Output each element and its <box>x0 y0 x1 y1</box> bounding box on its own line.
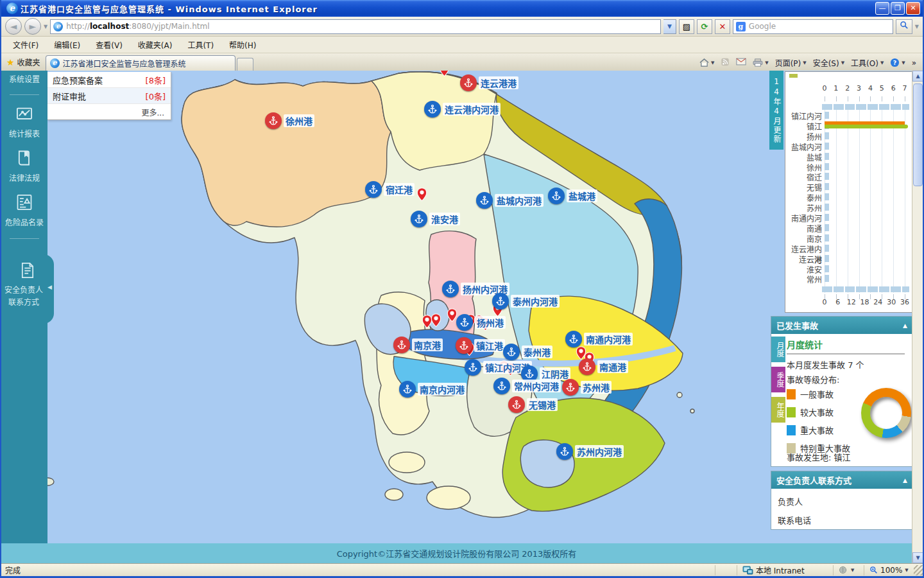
maximize-button[interactable]: ❐ <box>891 2 905 15</box>
url-field[interactable]: e http://localhost:8080/yjpt/Main.html <box>50 19 661 34</box>
port-marker[interactable]: 徐州港 <box>265 112 314 129</box>
chart-row: 常州 <box>785 274 912 283</box>
compatibility-button[interactable]: ▨ <box>679 19 694 34</box>
sidebar-item-regulations[interactable]: 法律法规 <box>1 148 47 184</box>
menu-item[interactable]: 查看(V) <box>88 37 130 53</box>
menu-item[interactable]: 编辑(E) <box>46 37 88 53</box>
minimize-button[interactable]: — <box>875 2 889 15</box>
stop-button[interactable]: ✕ <box>715 19 730 34</box>
tools-menu-button[interactable]: 工具(O)▼ <box>851 57 884 68</box>
incident-panel-header[interactable]: 已发生事故 ▲ <box>771 317 912 334</box>
chevron-down-icon: ▼ <box>851 568 854 573</box>
port-label: 盐城内河港 <box>495 194 543 207</box>
svg-text:?: ? <box>893 59 896 66</box>
url-dropdown-button[interactable]: ▼ <box>663 19 676 34</box>
chart-row: 南京 <box>785 233 912 243</box>
computer-icon <box>742 566 753 575</box>
port-marker[interactable]: 淮安港 <box>411 211 460 227</box>
resize-grip[interactable] <box>914 565 923 575</box>
home-button[interactable]: ▼ <box>699 58 714 67</box>
axis-strip-bottom <box>822 286 909 292</box>
port-marker[interactable]: 扬州港 <box>456 314 506 331</box>
port-marker[interactable]: 苏州内河港 <box>556 443 624 460</box>
period-tab-年度[interactable]: 年度 <box>771 397 785 423</box>
tick-mark <box>848 96 848 101</box>
sidebar-item-system-settings[interactable]: 系统设置 <box>1 73 47 84</box>
vertical-scrollbar[interactable]: ▲ ▼ <box>912 71 923 563</box>
collapse-icon[interactable]: ▲ <box>903 477 907 484</box>
rss-icon[interactable] <box>721 58 730 68</box>
port-marker[interactable]: 盐城港 <box>548 188 597 204</box>
data-bar[interactable] <box>825 125 908 128</box>
refresh-button[interactable]: ⟳ <box>697 19 712 34</box>
period-tab-月度[interactable]: 月度 <box>771 337 785 362</box>
favorites-button[interactable]: ★ 收藏夹 <box>4 57 46 71</box>
sidebar-item-statistics[interactable]: 统计报表 <box>1 105 47 139</box>
sidebar-item-hazard-list[interactable]: 危险品名录 <box>1 193 47 228</box>
tick-mark <box>859 294 860 299</box>
count-badge: [8条] <box>146 74 166 86</box>
history-dropdown-icon[interactable]: ▼ <box>44 24 47 30</box>
chart-category-label: 宿迁 <box>785 171 822 182</box>
anchor-icon <box>456 314 473 331</box>
port-marker[interactable]: 常州内河港 <box>493 378 561 394</box>
port-marker[interactable]: 镇江港 <box>456 337 505 354</box>
menu-item[interactable]: 帮助(H) <box>221 37 264 53</box>
address-bar: ◄ ► ▼ e http://localhost:8080/yjpt/Main.… <box>1 17 923 37</box>
scroll-thumb[interactable] <box>913 83 923 186</box>
security-menu-button[interactable]: 安全(S)▼ <box>813 57 844 68</box>
axis-tick-bottom: 6 <box>831 298 845 306</box>
menu-item[interactable]: 工具(T) <box>180 37 221 53</box>
map-pin-icon[interactable] <box>431 313 441 330</box>
map-pin-icon[interactable] <box>416 188 427 204</box>
menu-item[interactable]: 收藏夹(A) <box>130 37 180 53</box>
port-marker[interactable]: 连云港港 <box>460 74 518 91</box>
mail-icon[interactable] <box>736 58 746 67</box>
zoom-control[interactable]: 100% ▼ <box>864 565 914 575</box>
quick-row-cert-approval[interactable]: 附证审批 [0条] <box>47 88 171 104</box>
tab-active[interactable]: e 江苏省港口安全监管与应急管理系统 <box>46 55 235 71</box>
more-commands-chevron[interactable]: » <box>912 58 916 67</box>
close-button[interactable]: ✕ <box>906 2 920 15</box>
back-button[interactable]: ◄ <box>5 18 22 35</box>
sidebar: 系统设置 统计报表 法律法规 危险品名录 ◀ 安全负责人 联系方式 <box>1 71 47 543</box>
help-button[interactable]: ?▼ <box>890 58 905 67</box>
monthly-stats-title: 月度统计 <box>787 338 910 351</box>
search-input[interactable]: g Google <box>733 19 893 34</box>
quick-row-emergency-plan[interactable]: 应急预案备案 [8条] <box>47 72 171 88</box>
forward-button[interactable]: ► <box>24 18 41 35</box>
print-button[interactable]: ▼ <box>753 58 768 67</box>
scroll-down-button[interactable]: ▼ <box>912 552 923 563</box>
port-marker[interactable]: 泰州港 <box>503 344 552 360</box>
search-options-dropdown-icon[interactable]: ▼ <box>915 24 919 30</box>
port-marker[interactable]: 南京内河港 <box>399 381 466 398</box>
port-marker[interactable]: 南京港 <box>393 337 443 353</box>
anchor-icon <box>548 188 565 204</box>
security-zone: 本地 Intranet <box>737 565 833 575</box>
menu-item[interactable]: 文件(F) <box>5 37 46 53</box>
legend-fragment <box>789 74 798 78</box>
collapse-icon[interactable]: ▲ <box>903 322 907 329</box>
search-button[interactable] <box>896 19 912 34</box>
port-marker[interactable]: 盐城内河港 <box>476 192 543 209</box>
chart-row: 南通 <box>785 223 912 232</box>
port-marker[interactable]: 南通内河港 <box>565 331 633 347</box>
more-link[interactable]: 更多... <box>47 104 171 119</box>
new-tab-button[interactable] <box>237 58 253 71</box>
chart-row: 镇江内河 <box>785 110 912 120</box>
port-marker[interactable]: 泰州内河港 <box>492 293 560 310</box>
period-tab-季度[interactable]: 季度 <box>771 367 785 392</box>
sidebar-item-safety-contact[interactable]: ◀ 安全负责人 联系方式 <box>1 254 54 324</box>
protected-mode-button[interactable]: ▼ <box>833 565 864 575</box>
port-marker[interactable]: 苏州港 <box>562 379 612 396</box>
port-marker[interactable]: 无锡港 <box>508 396 558 413</box>
map-pin-icon[interactable] <box>439 71 450 80</box>
port-marker[interactable]: 宿迁港 <box>365 181 415 198</box>
port-marker[interactable]: 南通港 <box>579 358 628 375</box>
port-label: 宿迁港 <box>384 183 415 196</box>
chart-category-label: 扬州 <box>785 131 822 142</box>
scroll-up-button[interactable]: ▲ <box>912 71 923 82</box>
port-marker[interactable]: 连云港内河港 <box>424 101 501 118</box>
page-menu-button[interactable]: 页面(P)▼ <box>775 57 807 68</box>
contact-panel-header[interactable]: 安全负责人联系方式 ▲ <box>771 471 912 489</box>
